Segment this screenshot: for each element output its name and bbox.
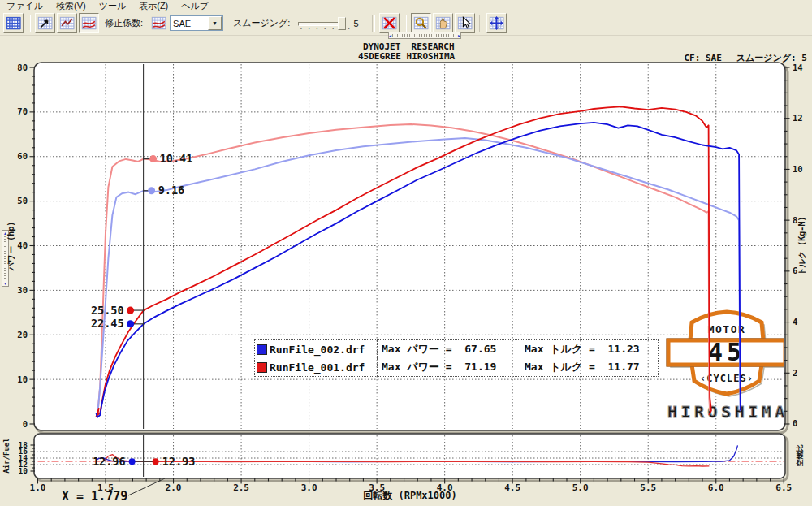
svg-text:14: 14 [793,63,803,72]
cursor-marker-dot [127,307,134,314]
power-axis-title: パワー (hp) [6,222,15,272]
svg-text:0: 0 [23,419,28,429]
max-torque-readout: Max トルク = 11.77 [520,358,656,376]
cursor-marker-dot [148,187,155,194]
svg-text:30: 30 [17,285,28,295]
airfuel-axis-title-right: 空燃比 [796,444,804,467]
cursor-marker-dot [127,320,134,327]
airfuel-axis-title: Air/Fuel [2,438,11,473]
max-torque-readout: Max トルク = 11.23 [520,340,656,358]
svg-text:20: 20 [17,330,28,339]
svg-text:18: 18 [19,440,28,449]
series-color-swatch [257,362,267,373]
cursor-marker-dot [129,458,136,465]
svg-text:4: 4 [793,317,797,327]
svg-text:2: 2 [793,368,797,378]
run-file-name: RunFile_001.drf [270,361,365,374]
svg-text:60: 60 [17,151,28,161]
svg-text:2.5: 2.5 [233,482,249,493]
cursor-value-label: 12.96 [93,455,126,468]
cursor-value-label: 12.93 [162,455,196,468]
afr-graph-frame [34,434,785,478]
cursor-value-label: 25.50 [91,304,124,317]
svg-text:70: 70 [17,106,28,116]
legend-row: RunFile_002.drfMax パワー = 67.65Max トルク = … [255,340,658,358]
cursor-marker-dot [153,458,159,465]
svg-text:0: 0 [793,418,797,428]
cursor-value-label: 10.41 [160,152,193,165]
hiroshima-watermark: HIROSHIMA. [667,402,801,422]
svg-text:12: 12 [793,113,803,123]
torque-axis-title: トルク (Kg-M) [797,217,806,276]
svg-text:10: 10 [793,164,803,174]
series-color-swatch [257,344,267,355]
svg-text:40: 40 [17,240,28,250]
svg-text:50: 50 [17,196,28,205]
cursor-marker-dot [149,155,157,162]
svg-text:6.5: 6.5 [775,482,792,493]
svg-text:80: 80 [17,63,28,72]
cursor-value-label: 22.45 [91,317,124,330]
run-legend: RunFile_002.drfMax パワー = 67.65Max トルク = … [254,339,659,377]
svg-text:2.0: 2.0 [166,482,182,493]
svg-text:10: 10 [17,374,28,384]
run-file-name: RunFile_002.drf [270,344,365,356]
svg-text:6.0: 6.0 [708,482,724,493]
dyno-app-window: ファイル検索(V)ツール表示(Z)ヘルプ 修正係数: SAE ▼ スムージング:… [0,0,812,506]
svg-text:5.5: 5.5 [640,482,656,493]
max-power-readout: Max パワー = 67.65 [377,340,520,358]
svg-text:1.0: 1.0 [30,482,46,493]
svg-text:‹CYCLES›: ‹CYCLES› [700,373,754,384]
dyno-chart: 010203040506070800246810121410121416181.… [0,0,812,506]
x-axis-title: 回転数 (RPMx1000) [309,489,512,503]
svg-text:5.0: 5.0 [572,482,589,493]
max-power-readout: Max パワー = 71.19 [377,358,520,376]
cursor-value-label: 9.16 [158,184,185,197]
legend-row: RunFile_001.drfMax パワー = 71.19Max トルク = … [255,358,658,376]
cursor-x-readout: X = 1.779 [62,489,127,504]
